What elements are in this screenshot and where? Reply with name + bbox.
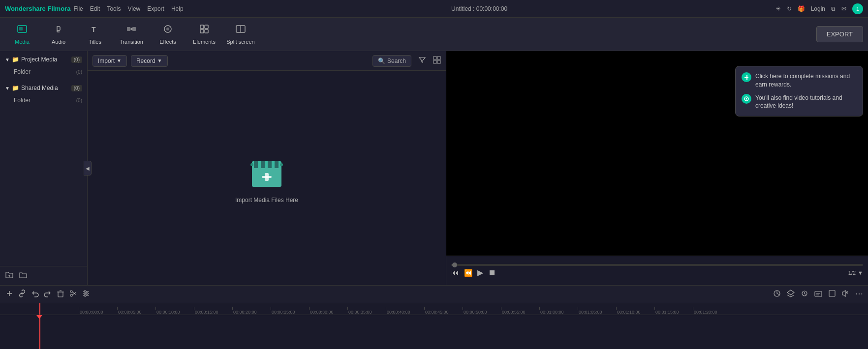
expand-icon[interactable]: ▼ xyxy=(858,270,863,276)
ruler-label: 00:00:10:00 xyxy=(155,310,180,315)
svg-rect-8 xyxy=(205,25,208,29)
ruler-mark-15: 00:01:15:00 xyxy=(654,307,693,315)
import-button[interactable]: Import ▼ xyxy=(93,55,127,67)
add-folder-icon[interactable] xyxy=(5,270,14,281)
shared-media-label: Shared Media xyxy=(21,85,58,91)
ruler-mark-11: 00:00:55:00 xyxy=(501,307,539,315)
ruler-label: 00:00:30:00 xyxy=(309,310,334,315)
snapping-icon[interactable] xyxy=(5,289,14,300)
open-folder-icon[interactable] xyxy=(19,270,28,281)
ruler-label: 00:01:05:00 xyxy=(578,310,602,315)
sidebar-shared-folder[interactable]: Folder (0) xyxy=(0,94,87,106)
tooltip-text-2: You'll also find video tutorials and cre… xyxy=(755,94,857,111)
ruler-mark-10: 00:00:50:00 xyxy=(463,307,501,315)
ruler-mark-3: 00:00:15:00 xyxy=(194,307,232,315)
sidebar-project-media-header[interactable]: ▼ 📁 Project Media (0) xyxy=(0,53,87,66)
svg-point-34 xyxy=(84,294,86,296)
export-button[interactable]: EXPORT xyxy=(816,26,863,42)
ruler-mark-8: 00:00:40:00 xyxy=(386,307,424,315)
ruler-mark-7: 00:00:35:00 xyxy=(347,307,386,315)
caption-icon[interactable] xyxy=(814,289,823,300)
playhead-line xyxy=(39,315,40,349)
ruler-label: 00:00:25:00 xyxy=(271,310,295,315)
toolbar-audio[interactable]: Audio xyxy=(41,21,76,48)
step-back-button[interactable]: ⏪ xyxy=(464,269,472,277)
shared-media-badge: (0) xyxy=(71,85,82,91)
undo-icon[interactable] xyxy=(31,289,39,300)
refresh-icon[interactable]: ↻ xyxy=(787,5,792,12)
svg-rect-19 xyxy=(254,161,258,168)
notification-badge[interactable]: 1 xyxy=(852,3,863,14)
filter-icon[interactable] xyxy=(418,56,426,65)
menu-edit[interactable]: Edit xyxy=(90,5,100,12)
scrubber-track[interactable] xyxy=(451,264,863,266)
grid-icon[interactable] xyxy=(433,56,441,65)
splitscreen-icon xyxy=(235,24,246,37)
title-bar-right: ☀ ↻ 🎁 Login ⧉ ✉ 1 xyxy=(775,3,863,14)
stop-button[interactable]: ⏹ xyxy=(488,268,496,277)
menu-bar: File Edit Tools View Export Help xyxy=(73,5,183,12)
svg-rect-10 xyxy=(205,29,208,33)
svg-rect-38 xyxy=(829,291,835,296)
menu-help[interactable]: Help xyxy=(171,5,184,12)
sun-icon[interactable]: ☀ xyxy=(775,5,781,12)
menu-tools[interactable]: Tools xyxy=(107,5,121,12)
svg-point-25 xyxy=(250,163,253,166)
search-placeholder: Search xyxy=(387,58,406,64)
titles-icon: T xyxy=(90,24,100,37)
main-toolbar: Media Audio T Titles Transition Effects … xyxy=(0,18,868,51)
more-icon[interactable]: ⋯ xyxy=(855,289,863,300)
ruler-label: 00:00:05:00 xyxy=(117,310,142,315)
cut-icon[interactable] xyxy=(69,289,78,300)
login-button[interactable]: Login xyxy=(811,5,825,12)
color-grade-icon[interactable] xyxy=(773,289,781,300)
tooltip-popup: Click here to complete missions and earn… xyxy=(735,66,863,116)
menu-export[interactable]: Export xyxy=(147,5,164,12)
ruler-mark-9: 00:00:45:00 xyxy=(424,307,463,315)
link-icon[interactable] xyxy=(18,289,27,300)
ruler-mark-14: 00:01:10:00 xyxy=(616,307,654,315)
adjustment-icon[interactable] xyxy=(82,289,91,300)
crop-icon[interactable] xyxy=(828,289,837,300)
gift-icon[interactable]: 🎁 xyxy=(798,5,805,12)
prev-frame-button[interactable]: ⏮ xyxy=(451,268,459,277)
sidebar-shared-media-header[interactable]: ▼ 📁 Shared Media (0) xyxy=(0,82,87,94)
play-button[interactable]: ▶ xyxy=(477,268,483,277)
folder-icon-2: 📁 xyxy=(12,85,19,91)
trash-icon[interactable] xyxy=(56,289,65,300)
import-media-area[interactable]: Import Media Files Here xyxy=(235,152,298,204)
menu-file[interactable]: File xyxy=(73,5,83,12)
title-bar: Wondershare Filmora File Edit Tools View… xyxy=(0,0,868,18)
toolbar-elements[interactable]: Elements xyxy=(187,21,221,48)
main-area: ▼ 📁 Project Media (0) Folder (0) ▼ 📁 Sha… xyxy=(0,51,868,285)
mail-icon[interactable]: ✉ xyxy=(841,5,846,12)
transition-icon xyxy=(126,24,137,37)
preview-buttons: ⏮ ⏪ ▶ ⏹ 1/2 ▼ xyxy=(446,268,868,277)
sidebar-project-folder[interactable]: Folder (0) xyxy=(0,66,87,78)
mute-icon[interactable] xyxy=(841,289,850,300)
ruler-label: 00:00:45:00 xyxy=(424,310,449,315)
scrubber-thumb[interactable] xyxy=(452,262,457,267)
ruler-label: 00:00:35:00 xyxy=(347,310,372,315)
ruler-mark-0: 00:00:00:00 xyxy=(79,307,117,315)
ruler-label: 00:01:20:00 xyxy=(693,310,717,315)
preview-time-display: 1/2 ▼ xyxy=(848,270,863,276)
toolbar-media[interactable]: Media xyxy=(5,21,39,48)
search-bar[interactable]: 🔍 Search xyxy=(372,55,411,67)
redo-icon[interactable] xyxy=(43,289,52,300)
toolbar-effects[interactable]: Effects xyxy=(151,21,185,48)
audio-mixer-icon[interactable] xyxy=(800,289,809,300)
toolbar-splitscreen[interactable]: Split screen xyxy=(223,21,258,48)
menu-view[interactable]: View xyxy=(127,5,140,12)
toolbar-titles[interactable]: T Titles xyxy=(78,21,112,48)
window-icon[interactable]: ⧉ xyxy=(831,5,836,12)
stabilize-icon[interactable] xyxy=(786,289,795,300)
preview-scrubber[interactable] xyxy=(446,264,868,266)
sidebar-collapse-button[interactable]: ◀ xyxy=(84,161,92,175)
toolbar-transition[interactable]: Transition xyxy=(114,21,149,48)
audio-icon xyxy=(53,24,64,37)
title-bar-left: Wondershare Filmora File Edit Tools View… xyxy=(5,5,184,12)
timeline-content[interactable] xyxy=(0,315,868,349)
record-button[interactable]: Record ▼ xyxy=(131,55,168,67)
svg-rect-13 xyxy=(434,57,436,59)
